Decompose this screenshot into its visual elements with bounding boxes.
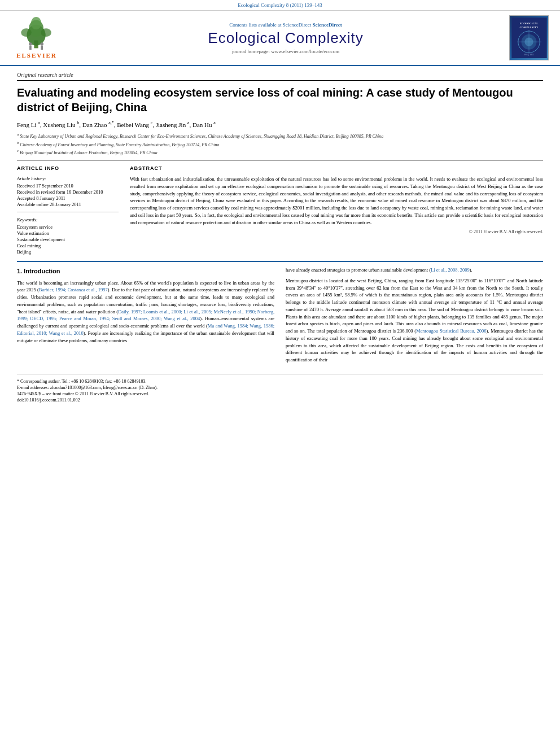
authors-line: Feng Li a, Xusheng Liu b, Dan Zhao a,*, … (17, 120, 543, 128)
svg-point-4 (21, 28, 31, 37)
abstract-text: With fast urbanization and industrializa… (130, 176, 543, 226)
svg-point-8 (40, 42, 43, 46)
accepted-date: Accepted 8 January 2011 (17, 195, 119, 201)
journal-citation: Ecological Complexity 8 (2011) 139–143 (0, 0, 560, 11)
abstract-panel: ABSTRACT With fast urbanization and indu… (130, 165, 543, 255)
history-section: Article history: Received 17 September 2… (17, 176, 119, 207)
intro-para-1: The world is becoming an increasingly ur… (17, 279, 274, 344)
journal-name: Ecological Complexity (68, 29, 504, 47)
info-abstract-section: ARTICLE INFO Article history: Received 1… (17, 165, 543, 255)
abstract-heading: ABSTRACT (130, 165, 543, 171)
right-para-1: have already enacted strategies to promo… (286, 267, 543, 274)
right-para-2: Mentougou district is located at the wes… (286, 277, 543, 364)
svg-rect-7 (29, 46, 32, 50)
corresponding-author: * Corresponding author. Tel.: +86 10 628… (17, 379, 543, 384)
elsevier-tree-icon (14, 17, 59, 51)
intro-heading: 1. Introduction (17, 267, 274, 276)
article-type: Original research article (17, 72, 543, 81)
keywords-label: Keywords: (17, 217, 119, 222)
keyword-1: Ecosystem service (17, 224, 119, 230)
keywords-section: Keywords: Ecosystem service Value estima… (17, 217, 119, 255)
article-body: Original research article Evaluating and… (0, 66, 560, 408)
svg-text:ECOLOGICAL: ECOLOGICAL (519, 22, 538, 25)
keyword-4: Coal mining (17, 243, 119, 248)
body-left-col: 1. Introduction The world is becoming an… (17, 267, 274, 367)
cover-svg: ECOLOGICAL COMPLEXITY Vol 8, 2011 (511, 18, 548, 58)
keyword-3: Sustainable development (17, 237, 119, 242)
affiliations: a State Key Laboratory of Urban and Regi… (17, 132, 543, 156)
doi-line: doi:10.1016/j.ecocom.2011.01.002 (17, 397, 543, 403)
journal-homepage: journal homepage: www.elsevier.com/locat… (68, 49, 504, 54)
issn-line: 1476-945X/$ – see front matter © 2011 El… (17, 391, 543, 396)
article-title: Evaluating and modeling ecosystem servic… (17, 85, 543, 115)
elsevier-brand: ELSEVIER (16, 52, 57, 59)
body-right-col: have already enacted strategies to promo… (286, 267, 543, 367)
body-columns: 1. Introduction The world is becoming an… (17, 267, 543, 367)
svg-point-5 (41, 28, 51, 37)
email-line: E-mail addresses: zhaodan7181000@163.com… (17, 385, 543, 390)
history-label: Article history: (17, 176, 119, 181)
divider (17, 160, 543, 161)
journal-title-area: Contents lists available at ScienceDirec… (68, 22, 504, 54)
svg-point-6 (29, 42, 32, 46)
copyright: © 2011 Elsevier B.V. All rights reserved… (130, 229, 543, 234)
received-date: Received 17 September 2010 (17, 183, 119, 189)
article-info-heading: ARTICLE INFO (17, 165, 119, 171)
article-info-panel: ARTICLE INFO Article history: Received 1… (17, 165, 119, 255)
keyword-2: Value estimation (17, 230, 119, 236)
keyword-5: Beijing (17, 249, 119, 255)
svg-text:COMPLEXITY: COMPLEXITY (519, 26, 538, 29)
svg-point-3 (31, 17, 41, 29)
section-divider (17, 261, 543, 262)
elsevier-logo: ELSEVIER (11, 17, 62, 59)
info-divider (17, 212, 119, 212)
journal-header: ELSEVIER Contents lists available at Sci… (0, 11, 560, 66)
journal-cover-image: ECOLOGICAL COMPLEXITY Vol 8, 2011 (509, 15, 549, 60)
available-date: Available online 28 January 2011 (17, 202, 119, 207)
footer: * Corresponding author. Tel.: +86 10 628… (17, 374, 543, 403)
sciencedirect-text: Contents lists available at ScienceDirec… (68, 22, 504, 28)
svg-rect-9 (41, 46, 43, 50)
revised-date: Received in revised form 16 December 201… (17, 189, 119, 195)
affiliation-b: b Chinese Academy of Forest Inventory an… (17, 140, 543, 148)
affiliation-c: c Beijing Municipal Institute of Labour … (17, 148, 543, 156)
affiliation-a: a State Key Laboratory of Urban and Regi… (17, 132, 543, 139)
